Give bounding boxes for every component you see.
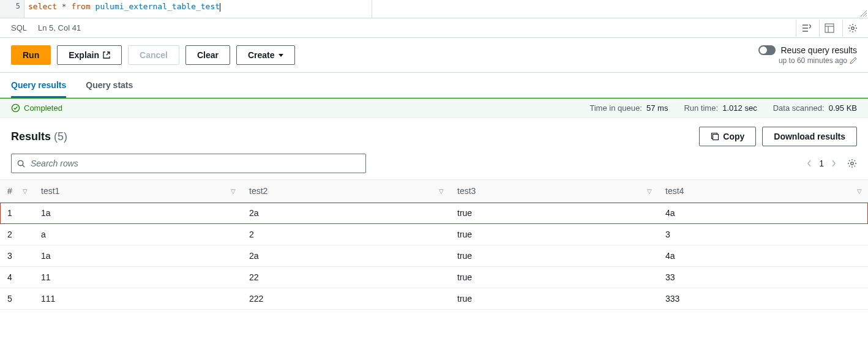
chevron-down-icon [279, 54, 283, 57]
sort-icon: ▽ [857, 188, 862, 195]
svg-point-3 [851, 26, 853, 29]
results-table-wrap: #▽ test1▽ test2▽ test3▽ test4▽ 1 1a 2a t… [0, 179, 868, 310]
statusbar-position: Ln 5, Col 41 [38, 23, 81, 32]
cell: true [450, 267, 658, 288]
completion-status: Completed [24, 103, 62, 113]
table-row[interactable]: 2 a 2 true 3 [0, 224, 868, 245]
editor-code-line[interactable]: select * from pulumi_external_table_test [24, 0, 868, 18]
cell: 2 [242, 224, 450, 245]
cell: true [450, 288, 658, 310]
svg-point-6 [18, 160, 23, 165]
tab-query-stats[interactable]: Query stats [86, 73, 133, 97]
cell: 33 [658, 267, 868, 288]
scanned-label: Data scanned: [773, 103, 825, 113]
editor-line-number: 5 [16, 2, 20, 10]
cell: 1a [34, 245, 242, 267]
cell: 2a [242, 245, 450, 267]
editor-prev-line-number: 4 [0, 0, 24, 1]
success-icon [11, 103, 20, 113]
expand-results-icon[interactable] [796, 20, 815, 37]
reuse-results-panel: Reuse query results up to 60 minutes ago [758, 45, 857, 65]
col-header-test4[interactable]: test4▽ [658, 180, 868, 203]
app-root: 4 5 select * from pulumi_external_table_… [0, 0, 868, 347]
download-results-button[interactable]: Download results [762, 127, 857, 146]
token-select: select [28, 2, 57, 11]
cell: 222 [242, 288, 450, 310]
results-table: #▽ test1▽ test2▽ test3▽ test4▽ 1 1a 2a t… [0, 180, 868, 310]
clear-button[interactable]: Clear [185, 45, 230, 65]
results-title: Results [11, 130, 51, 143]
results-header: Results (5) Copy Download results [0, 118, 868, 151]
statusbar-lang: SQL [11, 23, 27, 32]
tab-query-results[interactable]: Query results [11, 73, 66, 97]
reuse-toggle[interactable] [758, 45, 776, 55]
page-prev-icon[interactable] [807, 160, 812, 167]
table-settings-icon[interactable] [847, 159, 857, 168]
token-table: pulumi_external_table_test [95, 2, 220, 11]
external-link-icon [103, 51, 110, 59]
col-header-test2[interactable]: test2▽ [242, 180, 450, 203]
queue-label: Time in queue: [589, 103, 642, 113]
completion-bar: Completed Time in queue: 57 ms Run time:… [0, 98, 868, 118]
cell: 3 [658, 224, 868, 245]
scanned-value: 0.95 KB [829, 103, 857, 113]
search-input[interactable] [31, 159, 361, 168]
cell: 11 [34, 267, 242, 288]
queue-value: 57 ms [646, 103, 668, 113]
settings-gear-icon[interactable] [842, 20, 862, 37]
create-dropdown-button[interactable]: Create [236, 45, 295, 65]
page-number: 1 [819, 159, 824, 168]
results-tabs: Query results Query stats [0, 73, 868, 98]
svg-point-8 [851, 162, 853, 165]
svg-rect-0 [825, 24, 834, 32]
runtime-label: Run time: [684, 103, 718, 113]
col-header-test1[interactable]: test1▽ [34, 180, 242, 203]
table-row[interactable]: 4 11 22 true 33 [0, 267, 868, 288]
copy-label: Copy [723, 132, 744, 141]
search-icon [17, 159, 26, 168]
sort-icon: ▽ [439, 188, 444, 195]
cell-index: 1 [0, 203, 34, 224]
cell: 4a [658, 203, 868, 224]
sort-icon: ▽ [23, 188, 28, 195]
pencil-icon[interactable] [850, 57, 857, 64]
layout-icon[interactable] [819, 20, 839, 37]
cell-index: 2 [0, 224, 34, 245]
cell: true [450, 203, 658, 224]
cell: a [34, 224, 242, 245]
editor-statusbar: SQL Ln 5, Col 41 [0, 18, 868, 38]
table-row[interactable]: 3 1a 2a true 4a [0, 245, 868, 267]
table-row[interactable]: 1 1a 2a true 4a [0, 203, 868, 224]
token-from: from [71, 2, 90, 11]
editor-cursor [220, 3, 220, 12]
cell: 111 [34, 288, 242, 310]
explain-label: Explain [69, 50, 99, 60]
cell-index: 3 [0, 245, 34, 267]
copy-icon [711, 132, 719, 141]
cell: 1a [34, 203, 242, 224]
resize-handle-icon[interactable] [861, 10, 867, 17]
run-button[interactable]: Run [11, 45, 51, 65]
cell: true [450, 224, 658, 245]
runtime-value: 1.012 sec [722, 103, 757, 113]
col-header-test3[interactable]: test3▽ [450, 180, 658, 203]
results-toolbar: 1 [0, 151, 868, 179]
action-bar: Run Explain Cancel Clear Create Reuse qu… [0, 38, 868, 73]
explain-button[interactable]: Explain [57, 45, 122, 65]
cell: 22 [242, 267, 450, 288]
reuse-label: Reuse query results [780, 45, 857, 55]
search-rows-wrapper[interactable] [11, 154, 366, 173]
table-row[interactable]: 5 111 222 true 333 [0, 288, 868, 310]
col-header-index[interactable]: #▽ [0, 180, 34, 203]
cell: true [450, 245, 658, 267]
page-next-icon[interactable] [831, 160, 836, 167]
copy-button[interactable]: Copy [699, 127, 756, 146]
cancel-button: Cancel [128, 45, 179, 65]
cell: 333 [658, 288, 868, 310]
svg-line-7 [23, 165, 24, 166]
cell-index: 4 [0, 267, 34, 288]
create-label: Create [248, 50, 275, 60]
cell: 4a [658, 245, 868, 267]
cell: 2a [242, 203, 450, 224]
sql-editor[interactable]: 4 5 select * from pulumi_external_table_… [0, 0, 868, 18]
